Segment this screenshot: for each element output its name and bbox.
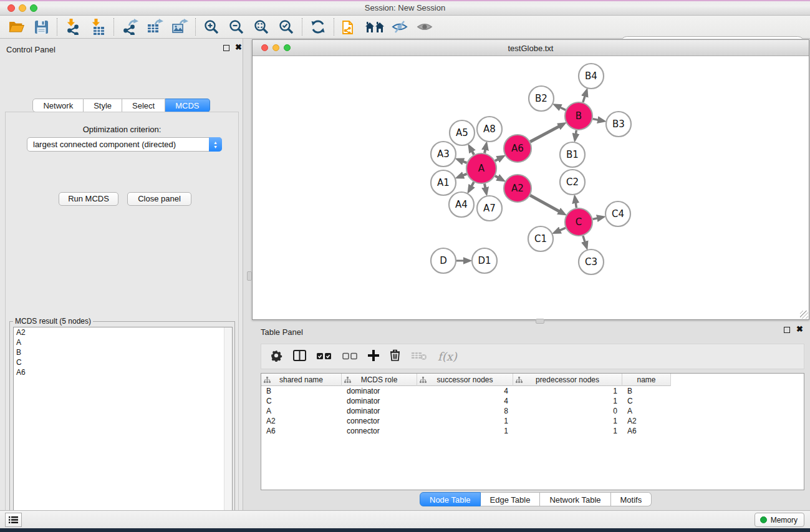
import-network-icon[interactable] (60, 16, 85, 37)
tab-motifs[interactable]: Motifs (611, 492, 652, 506)
tab-network[interactable]: Network (32, 99, 84, 112)
table-cell[interactable]: 8 (417, 406, 513, 416)
new-network-from-selection-icon[interactable] (337, 16, 362, 37)
zoom-fit-icon[interactable] (249, 16, 274, 37)
edge-B-B4[interactable] (583, 96, 585, 103)
edge-B-B2[interactable] (560, 107, 566, 110)
node-A5[interactable]: A5 (450, 120, 475, 145)
split-table-view-icon[interactable] (293, 350, 306, 364)
edge-B-B3[interactable] (593, 119, 599, 120)
table-row[interactable]: Bdominator41B (261, 386, 804, 396)
table-cell[interactable]: A2 (622, 416, 671, 426)
edge-A-A3[interactable] (463, 162, 467, 163)
node-A3[interactable]: A3 (431, 142, 456, 167)
table-cell[interactable]: connector (342, 416, 417, 426)
node-A2[interactable]: A2 (504, 175, 531, 202)
criterion-dropdown[interactable]: largest connected component (directed) ▲… (27, 137, 222, 152)
export-image-icon[interactable] (167, 16, 192, 37)
table-cell[interactable]: 1 (513, 416, 622, 426)
table-row[interactable]: Cdominator41C (261, 396, 804, 406)
column-header-MCDS-role[interactable]: MCDS role (342, 374, 417, 386)
node-C3[interactable]: C3 (579, 249, 604, 274)
table-cell[interactable]: C (622, 396, 671, 406)
zoom-in-icon[interactable] (199, 16, 224, 37)
table-cell[interactable]: C (261, 396, 342, 406)
table-row[interactable]: Adominator80A (261, 406, 804, 416)
close-panel-icon[interactable]: ✖ (796, 326, 803, 332)
edge-A-A2[interactable] (495, 176, 499, 178)
tab-select[interactable]: Select (122, 99, 165, 112)
open-session-icon[interactable] (4, 16, 29, 37)
run-mcds-button[interactable]: Run MCDS (59, 192, 118, 206)
close-panel-icon[interactable]: ✖ (235, 44, 242, 51)
close-panel-button[interactable]: Close panel (127, 192, 191, 206)
edge-A-A7[interactable] (485, 184, 485, 188)
table-cell[interactable]: 1 (513, 426, 622, 436)
node-B3[interactable]: B3 (606, 112, 631, 137)
column-header-predecessor-nodes[interactable]: predecessor nodes (513, 374, 622, 386)
edge-A6-B[interactable] (530, 126, 559, 142)
export-network-icon[interactable] (117, 16, 142, 37)
node-A7[interactable]: A7 (477, 196, 502, 221)
edge-A-A6[interactable] (495, 159, 499, 161)
memory-button[interactable]: Memory (755, 513, 804, 527)
edge-A-A1[interactable] (463, 174, 467, 176)
node-C1[interactable]: C1 (528, 226, 553, 251)
table-cell[interactable]: A (261, 406, 342, 416)
mcds-result-item[interactable]: B (14, 347, 232, 357)
table-cell[interactable]: 4 (417, 396, 513, 406)
tab-network-table[interactable]: Network Table (540, 492, 610, 506)
table-cell[interactable]: 1 (417, 416, 513, 426)
node-A8[interactable]: A8 (477, 117, 502, 142)
scrollbar-track[interactable] (224, 327, 232, 532)
table-cell[interactable]: dominator (342, 396, 417, 406)
task-history-list-icon[interactable] (5, 513, 22, 527)
edge-A-A5[interactable] (472, 151, 474, 155)
table-cell[interactable]: A6 (261, 426, 342, 436)
node-B2[interactable]: B2 (529, 86, 554, 111)
node-A1[interactable]: A1 (431, 170, 456, 195)
table-cell[interactable]: 0 (513, 406, 622, 416)
create-column-plus-icon[interactable] (368, 350, 379, 364)
mcds-result-item[interactable]: C (14, 357, 232, 367)
table-cell[interactable]: B (261, 386, 342, 396)
column-header-shared-name[interactable]: shared name (261, 374, 342, 386)
tab-edge-table[interactable]: Edge Table (481, 492, 541, 506)
table-cell[interactable]: 4 (417, 386, 513, 396)
edge-A-A4[interactable] (471, 182, 474, 186)
delete-column-trash-icon[interactable] (390, 349, 400, 364)
mcds-result-item[interactable]: A6 (14, 367, 232, 377)
mcds-result-list[interactable]: A2ABCA6 (13, 327, 233, 532)
zoom-selected-icon[interactable] (274, 16, 299, 37)
network-window-titlebar[interactable]: testGlobe.txt (253, 40, 809, 56)
hide-selected-icon[interactable] (387, 16, 412, 37)
edge-B-B1[interactable] (576, 130, 576, 135)
node-B1[interactable]: B1 (560, 142, 585, 167)
table-cell[interactable]: A6 (622, 426, 671, 436)
table-cell[interactable]: 1 (417, 426, 513, 436)
table-cell[interactable]: dominator (342, 406, 417, 416)
zoom-out-icon[interactable] (224, 16, 249, 37)
node-C2[interactable]: C2 (560, 170, 585, 195)
import-table-icon[interactable] (85, 16, 110, 37)
mcds-result-item[interactable]: A2 (14, 327, 232, 337)
table-cell[interactable]: A (622, 406, 671, 416)
tab-style[interactable]: Style (84, 99, 122, 112)
mcds-result-item[interactable]: A (14, 337, 232, 347)
split-pane-handle[interactable] (247, 271, 252, 281)
edge-C-C1[interactable] (559, 228, 566, 230)
float-panel-icon[interactable] (223, 45, 229, 52)
table-cell[interactable]: A2 (261, 416, 342, 426)
edge-A-A8[interactable] (485, 149, 485, 153)
table-cell[interactable]: B (622, 386, 671, 396)
save-session-icon[interactable] (29, 16, 54, 37)
column-header-successor-nodes[interactable]: successor nodes (417, 374, 513, 386)
first-neighbors-icon[interactable] (362, 16, 387, 37)
split-pane-handle[interactable] (536, 319, 544, 324)
tab-mcds[interactable]: MCDS (165, 99, 210, 112)
float-panel-icon[interactable] (784, 327, 790, 334)
node-A6[interactable]: A6 (504, 135, 531, 162)
node-D[interactable]: D (431, 248, 456, 273)
select-all-rows-icon[interactable] (317, 351, 332, 362)
tab-node-table[interactable]: Node Table (420, 492, 481, 506)
